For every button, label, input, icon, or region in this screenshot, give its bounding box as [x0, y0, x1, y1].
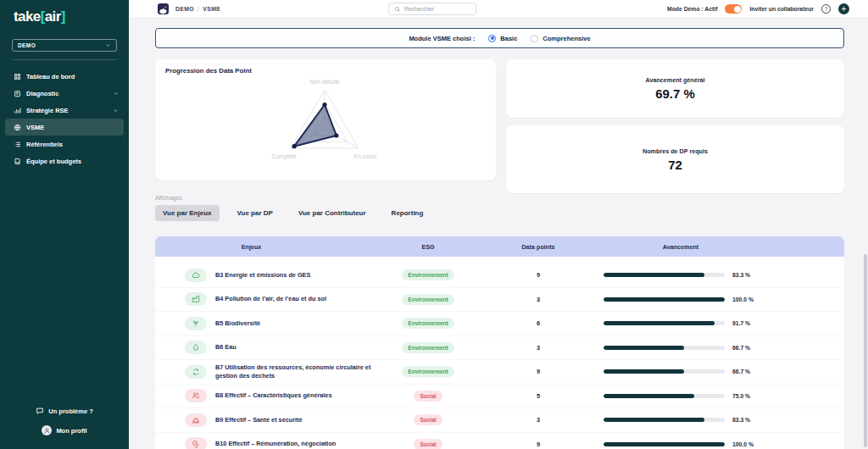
table-row[interactable]: B4 Pollution de l’air, de l’eau et du so… [155, 288, 844, 313]
tab-vue-par-enjeux[interactable]: Vue par Enjeux [155, 205, 220, 221]
sidebar-item-diagnostic[interactable]: Diagnostic [0, 85, 129, 102]
chevron-down-icon [113, 108, 119, 114]
radio-option-comprehensive[interactable]: Comprehensive [531, 35, 590, 42]
avancement-cell: 83.3 % [602, 417, 844, 423]
radio-unselected-icon[interactable] [531, 35, 538, 42]
plant-icon [185, 317, 207, 330]
radio-label: Basic [500, 35, 517, 42]
progress-bar-fill [604, 394, 694, 398]
scrollbar[interactable] [864, 254, 867, 447]
sidebar-item-equipe-et-budgets[interactable]: Équipe et budgets [0, 152, 129, 169]
demo-mode-toggle[interactable] [725, 4, 742, 14]
chevron-down-icon [105, 42, 111, 48]
breadcrumb-root[interactable]: DEMO [175, 6, 194, 12]
enjeu-cell: B4 Pollution de l’air, de l’eau et du so… [155, 292, 381, 306]
radar-chart: Non débutéEn coursComplété [165, 75, 486, 175]
profile-label: Mon profil [56, 427, 86, 435]
enjeu-title[interactable]: B3 Energie et émissions de GES [215, 271, 310, 280]
list-icon [14, 141, 21, 148]
sidebar-footer: Un problème ? Mon profil [0, 407, 129, 435]
views-section-label: Affichages [155, 195, 844, 201]
brand-text-mid: air [45, 8, 61, 25]
progress-bar [604, 394, 725, 398]
sidebar-item-label: Équipe et budgets [26, 158, 81, 165]
table-row[interactable]: B8 Effectif – Caractéristiques générales… [155, 385, 844, 409]
breadcrumb-separator: / [198, 6, 199, 12]
sidebar-item-tableau-de-bord[interactable]: Tableau de bord [0, 68, 129, 85]
radar-card: Progression des Data Point Non débutéEn … [155, 59, 496, 180]
enjeu-title[interactable]: B5 Biodiversité [215, 319, 260, 328]
help-link[interactable]: Un problème ? [36, 407, 93, 415]
chevron-down-icon [113, 91, 119, 97]
enjeu-title[interactable]: B7 Utilisation des ressources, économie … [215, 363, 372, 380]
enjeu-title[interactable]: B4 Pollution de l’air, de l’eau et du so… [215, 295, 326, 303]
sidebar-item-referentiels[interactable]: Référentiels [0, 136, 129, 152]
progress-bar-fill [604, 346, 684, 350]
avancement-cell: 100.0 % [602, 441, 844, 447]
progress-value: 66.7 % [732, 345, 750, 351]
data-points-count: 6 [475, 319, 602, 327]
table-body: B3 Energie et émissions de GES Environne… [155, 257, 844, 449]
table-row[interactable]: B3 Energie et émissions de GES Environne… [155, 263, 844, 288]
overall-progress-label: Avancement général [645, 76, 704, 84]
table-row[interactable]: B6 Eau Environnement 3 66.7 % [155, 336, 844, 361]
sidebar-nav: Tableau de bord Diagnostic Stratégie RSE… [0, 68, 129, 169]
add-button[interactable]: + [838, 3, 849, 14]
cloud-icon [185, 269, 207, 282]
tab-reporting[interactable]: Reporting [384, 205, 431, 221]
module-banner: Module VSME choisi : Basic Comprehensive [155, 28, 844, 48]
tab-vue-par-contributeur[interactable]: Vue par Contributeur [291, 205, 374, 221]
esg-badge: Environnement [402, 318, 453, 329]
progress-bar-fill [604, 297, 725, 302]
module-banner-label: Module VSME choisi : [409, 35, 475, 42]
search-input[interactable]: Rechercher [388, 3, 476, 15]
radio-selected-icon[interactable] [488, 35, 496, 42]
search-placeholder: Rechercher [404, 6, 434, 12]
users-icon [185, 389, 207, 402]
enjeu-cell: B6 Eau [155, 341, 381, 354]
profile-link[interactable]: Mon profil [42, 425, 86, 435]
dp-required-card: Nombres de DP requis 72 [506, 125, 844, 193]
sidebar-item-vsme[interactable]: VSME [5, 119, 124, 136]
sidebar-item-strategie-rse[interactable]: Stratégie RSE [0, 102, 129, 119]
table-row[interactable]: B10 Effectif – Rémunération, négociation… [155, 433, 844, 449]
enjeu-title[interactable]: B10 Effectif – Rémunération, négociation [215, 440, 336, 448]
progress-value: 91.7 % [732, 320, 750, 326]
avancement-cell: 91.7 % [602, 320, 844, 326]
svg-text:Complété: Complété [272, 153, 297, 160]
helmet-icon [185, 413, 207, 427]
enjeu-cell: B9 Effectif – Santé et sécurité [155, 413, 381, 427]
table-row[interactable]: B9 Effectif – Santé et sécurité Social 3… [155, 408, 844, 433]
help-button[interactable]: ? [821, 4, 831, 14]
progress-bar [604, 346, 725, 350]
esg-badge: Social [414, 414, 442, 425]
enjeu-cell: B8 Effectif – Caractéristiques générales [155, 389, 381, 402]
tab-vue-par-dp[interactable]: Vue par DP [230, 205, 281, 221]
table-row[interactable]: B5 Biodiversité Environnement 6 91.7 % [155, 312, 844, 336]
search-icon [394, 6, 401, 13]
avancement-cell: 75.0 % [602, 393, 844, 399]
brand-text: take [14, 8, 41, 25]
progress-bar [604, 273, 725, 277]
sidebar-divider [12, 59, 117, 60]
table-row[interactable]: B7 Utilisation des ressources, économie … [155, 360, 844, 385]
progress-bar [604, 442, 725, 446]
factory-icon [185, 292, 207, 306]
progress-value: 100.0 % [732, 297, 754, 302]
enjeu-cell: B10 Effectif – Rémunération, négociation [155, 437, 381, 449]
droplet-icon [185, 341, 207, 354]
overall-progress-card: Avancement général 69.7 % [506, 59, 844, 118]
progress-bar-fill [604, 273, 704, 277]
radio-option-basic[interactable]: Basic [488, 35, 517, 42]
enjeu-title[interactable]: B6 Eau [215, 343, 236, 352]
demo-mode-label: Mode Démo : Actif [667, 6, 717, 12]
person-icon [43, 427, 51, 435]
workspace-select[interactable]: DEMO [12, 39, 117, 52]
enjeu-title[interactable]: B9 Effectif – Santé et sécurité [215, 416, 303, 424]
enjeu-title[interactable]: B8 Effectif – Caractéristiques générales [215, 391, 331, 400]
avatar [42, 425, 52, 435]
progress-bar-fill [604, 321, 715, 325]
invite-collaborator-button[interactable]: Inviter un collaborateur [749, 6, 814, 12]
esg-badge: Environnement [402, 294, 453, 305]
esg-badge: Environnement [402, 342, 453, 353]
